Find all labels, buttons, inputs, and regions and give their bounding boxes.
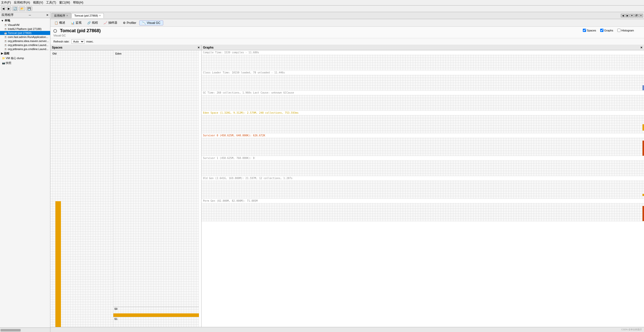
- win-close[interactable]: ✕: [639, 14, 643, 17]
- eden-subpanel: Eden: [113, 50, 199, 307]
- histogram-label: Histogram: [621, 29, 634, 32]
- win-restore[interactable]: 🗗: [634, 14, 638, 17]
- panels-container: Spaces ✕ Old: [50, 45, 644, 327]
- sidebar-item-jetbrains3[interactable]: ☕ org.jetbrains.jps.cmdline.Laund...: [0, 47, 50, 51]
- sidebar-section-remote[interactable]: ▶ 远程: [0, 51, 50, 56]
- subtab-label-4: Profiler: [127, 21, 136, 25]
- subtab-icon-1: 📊: [71, 21, 75, 25]
- toolbar-btn-3[interactable]: 🔄: [12, 7, 18, 11]
- coffee-icon-1: ☕: [4, 28, 7, 30]
- menu-view[interactable]: 视图(V): [33, 1, 43, 5]
- sidebar-item-com[interactable]: ☕ com.fast.admin.RunApplication...: [0, 35, 50, 39]
- menu-tools[interactable]: 工具(T): [46, 1, 56, 5]
- win-menu[interactable]: ▼: [630, 14, 634, 17]
- graph-canvas-eden: [201, 115, 644, 133]
- subtab-bar: 📋 概述 📊 监视 🔗 线程 📈 抽样器 ⚙ Profiler 📉 Vis: [50, 19, 644, 27]
- sidebar-content: ▼ 本地 ☕ VisualVM ☕ IntelliJ Platform (pid…: [0, 18, 50, 327]
- subtab-profiler[interactable]: ⚙ Profiler: [120, 21, 139, 25]
- toolbar-btn-4[interactable]: 📂: [19, 7, 25, 11]
- sidebar: 应用程序 ─ ✕ ▼ 本地 ☕ VisualVM ☕ IntelliJ Plat…: [0, 12, 50, 332]
- snapshot-icon: 📷: [2, 62, 5, 64]
- refresh-select[interactable]: Auto 100 200 500 1000 2000: [72, 39, 84, 44]
- sidebar-close[interactable]: ✕: [46, 13, 49, 17]
- spaces-close-icon[interactable]: ✕: [197, 46, 200, 49]
- toolbar-btn-2[interactable]: ▶: [7, 7, 11, 11]
- sidebar-item-visualvm[interactable]: ☕ VisualVM: [0, 23, 50, 27]
- subtab-label-0: 概述: [59, 21, 65, 25]
- tab-close-0[interactable]: ✕: [66, 14, 68, 17]
- subtab-icon-5: 📉: [142, 21, 146, 25]
- sidebar-item-jetbrains2[interactable]: ☕ org.jetbrains.jps.cmdline.Laund...: [0, 43, 50, 47]
- subtab-threads[interactable]: 🔗 线程: [85, 20, 100, 25]
- win-next[interactable]: ▶: [625, 14, 629, 17]
- sidebar-item-label-5: org.jetbrains.jps.cmdline.Laund...: [8, 44, 48, 47]
- toolbar-btn-1[interactable]: ◀: [1, 7, 6, 11]
- graph-label-compile: Compile Time: 1539 compiles - 11.680s: [201, 50, 644, 55]
- graph-row-eden: Eden Space (1.320G, 9.312M): 2.579M, 248…: [201, 111, 644, 133]
- s1-panel: S1: [113, 317, 199, 327]
- subtab-visualgc[interactable]: 📉 Visual GC: [139, 20, 163, 25]
- spaces-checkbox-label[interactable]: Spaces: [583, 29, 596, 32]
- subtab-overview[interactable]: 📋 概述: [52, 20, 68, 25]
- refresh-label: Refresh rate:: [53, 40, 70, 43]
- menu-file[interactable]: 文件(F): [1, 1, 11, 5]
- s1-grid: [113, 317, 199, 327]
- menu-app[interactable]: 应用程序(A): [14, 1, 30, 5]
- sidebar-item-tomcat[interactable]: ☕ Tomcat (pid 27868): [0, 31, 50, 35]
- sidebar-item-label-snapshot: 快照: [6, 61, 11, 65]
- sidebar-item-label-3: com.fast.admin.RunApplication...: [8, 35, 48, 38]
- sidebar-header: 应用程序 ─ ✕: [0, 12, 50, 18]
- toolbar-btn-5[interactable]: 💾: [26, 7, 32, 11]
- menu-window[interactable]: 窗口(W): [59, 1, 70, 5]
- graph-canvas-oldgen: [201, 180, 644, 198]
- spaces-panel: Spaces ✕ Old: [50, 45, 201, 327]
- s1-label: S1: [114, 318, 117, 320]
- tab-tomcat[interactable]: Tomcat (pid 27868) ✕: [72, 13, 104, 18]
- coffee-icon-3: ☕: [4, 36, 7, 38]
- sidebar-item-label-1: IntelliJ Platform (pid 27188): [8, 27, 42, 30]
- graph-label-gc: GC Time: 260 collections, 1.960s Last Ca…: [201, 91, 644, 95]
- graph-row-compile: Compile Time: 1539 compiles - 11.680s: [201, 50, 644, 70]
- sidebar-item-intellij[interactable]: ☕ IntelliJ Platform (pid 27188): [0, 27, 50, 31]
- histogram-checkbox[interactable]: [617, 29, 621, 32]
- title-text: Tomcat (pid 27868): [60, 28, 101, 33]
- subtab-monitor[interactable]: 📊 监视: [68, 20, 84, 25]
- old-bar: [55, 201, 61, 327]
- coffee-icon-4: ☕: [4, 40, 7, 43]
- subtab-sampler[interactable]: 📈 抽样器: [101, 20, 120, 25]
- spaces-checkbox[interactable]: [583, 29, 586, 32]
- content-area: Tomcat (pid 27868) Visual GC Spaces Grap…: [50, 27, 644, 327]
- tab-applications[interactable]: 应用程序 ✕: [51, 13, 71, 18]
- tab-close-1[interactable]: ✕: [99, 14, 101, 17]
- s0-label: S0: [114, 308, 117, 310]
- refresh-bar: Refresh rate: Auto 100 200 500 1000 2000…: [50, 38, 644, 45]
- sidebar-item-label-4: org.jetbrains.idea.maven.server...: [8, 39, 49, 43]
- checkboxes-area: Spaces Graphs Histogram: [583, 29, 634, 32]
- graph-label-s0: Survivor 0 (450.625M, 640.000K): 626.672…: [201, 133, 644, 138]
- s-panels: S0 S1: [113, 307, 199, 327]
- graphs-close-icon[interactable]: ✕: [640, 46, 642, 49]
- s0-panel: S0: [113, 307, 199, 317]
- graphs-checkbox-label[interactable]: Graphs: [600, 29, 613, 32]
- subtab-label-2: 线程: [92, 21, 98, 25]
- graphs-panel-title: Graphs: [203, 46, 214, 49]
- spaces-body: Old Eden: [50, 50, 201, 327]
- chevron-down-icon: ▼: [1, 19, 4, 22]
- sidebar-footer: [0, 327, 50, 332]
- sidebar-item-vmdump[interactable]: 📁 VM 核心 dump: [0, 56, 50, 61]
- sidebar-item-snapshot[interactable]: 📷 快照: [0, 61, 50, 65]
- eden-column: Eden S0: [113, 50, 199, 327]
- sidebar-section-local[interactable]: ▼ 本地: [0, 18, 50, 23]
- graphs-panel-header: Graphs ✕: [201, 45, 644, 50]
- win-prev[interactable]: ◀: [621, 14, 625, 17]
- graph-canvas-permgen: [201, 203, 644, 221]
- s0-bar: [113, 313, 199, 317]
- menu-help[interactable]: 帮助(H): [73, 1, 83, 5]
- subtab-icon-3: 📈: [104, 21, 107, 25]
- graphs-checkbox[interactable]: [600, 29, 603, 32]
- sidebar-item-jetbrains1[interactable]: ☕ org.jetbrains.idea.maven.server...: [0, 39, 50, 43]
- subtab-icon-4: ⚙: [123, 21, 126, 25]
- histogram-checkbox-label[interactable]: Histogram: [617, 29, 634, 32]
- sidebar-local-label: 本地: [5, 19, 10, 22]
- sidebar-minimize[interactable]: ─: [29, 13, 31, 17]
